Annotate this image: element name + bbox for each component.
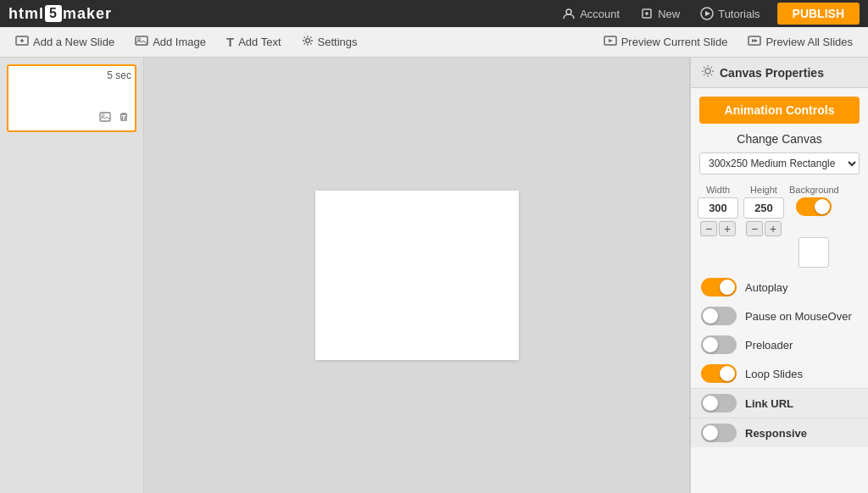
- background-color-swatch[interactable]: [798, 237, 829, 268]
- background-group: Background: [789, 185, 839, 268]
- main-layout: 5 sec: [0, 58, 868, 493]
- account-label: Account: [580, 8, 620, 20]
- preview-all-icon: [748, 34, 761, 50]
- slide-controls: [12, 109, 131, 127]
- add-image-button[interactable]: Add Image: [126, 30, 214, 54]
- preview-current-label: Preview Current Slide: [621, 36, 728, 48]
- animation-controls-button[interactable]: Animation Controls: [699, 97, 860, 124]
- height-label: Height: [750, 185, 777, 195]
- loop-slides-label: Loop Slides: [745, 368, 803, 380]
- preview-all-button[interactable]: Preview All Slides: [739, 30, 861, 54]
- settings-icon: [302, 35, 314, 49]
- loop-slides-toggle[interactable]: [701, 364, 737, 383]
- height-increment-button[interactable]: +: [765, 221, 782, 236]
- autoplay-label: Autoplay: [745, 281, 788, 294]
- properties-header: Canvas Properties: [691, 58, 868, 88]
- account-icon: [562, 7, 576, 20]
- svg-point-7: [305, 39, 309, 43]
- tutorials-button[interactable]: Tutorials: [692, 3, 768, 24]
- width-group: Width − +: [698, 185, 738, 236]
- tutorials-icon: [700, 7, 714, 20]
- top-nav: html5maker Account New: [0, 0, 868, 27]
- logo-suffix: maker: [63, 5, 112, 23]
- height-stepper: − +: [746, 221, 782, 236]
- logo: html5maker: [8, 5, 112, 23]
- svg-marker-9: [609, 39, 613, 42]
- height-group: Height − +: [743, 185, 784, 236]
- loop-slides-row: Loop Slides: [691, 359, 868, 388]
- link-url-row: Link URL: [691, 388, 868, 418]
- add-slide-button[interactable]: Add a New Slide: [7, 30, 123, 54]
- responsive-label: Responsive: [745, 427, 807, 440]
- responsive-toggle[interactable]: [701, 424, 737, 442]
- svg-point-15: [705, 69, 710, 74]
- preloader-row: Preloader: [691, 330, 868, 359]
- preview-all-label: Preview All Slides: [765, 36, 853, 48]
- settings-button[interactable]: Settings: [293, 30, 366, 53]
- svg-rect-5: [136, 36, 147, 45]
- add-text-icon: T: [226, 35, 234, 49]
- canvas-size-select: 300x250 Medium Rectangle 728x90 Leaderbo…: [691, 152, 868, 174]
- svg-marker-12: [754, 39, 758, 42]
- publish-button[interactable]: PUBLISH: [777, 3, 860, 25]
- properties-panel: Canvas Properties Animation Controls Cha…: [690, 58, 868, 493]
- preloader-label: Preloader: [745, 339, 793, 352]
- width-decrement-button[interactable]: −: [700, 221, 717, 236]
- preloader-toggle[interactable]: [701, 335, 737, 354]
- new-label: New: [658, 8, 680, 20]
- tutorials-label: Tutorials: [718, 8, 760, 20]
- add-text-label: Add Text: [238, 36, 281, 48]
- width-increment-button[interactable]: +: [719, 221, 736, 236]
- logo-prefix: html: [8, 5, 44, 23]
- new-icon: [640, 7, 654, 20]
- account-button[interactable]: Account: [554, 3, 628, 24]
- add-image-label: Add Image: [153, 36, 206, 48]
- add-image-icon: [135, 34, 148, 50]
- gear-icon: [701, 64, 715, 80]
- slide-thumbnail: 5 sec: [7, 64, 136, 132]
- svg-point-0: [566, 9, 571, 14]
- pause-mouseover-toggle[interactable]: [701, 307, 737, 325]
- autoplay-row: Autoplay: [691, 273, 868, 302]
- add-slide-label: Add a New Slide: [33, 36, 114, 48]
- height-input[interactable]: [743, 197, 784, 219]
- width-stepper: − +: [700, 221, 736, 236]
- pause-mouseover-label: Pause on MouseOver: [745, 310, 852, 323]
- top-nav-right: Account New Tutorials PUBLISH: [554, 3, 860, 25]
- width-input[interactable]: [698, 197, 738, 219]
- new-button[interactable]: New: [632, 3, 688, 24]
- canvas-preview: [315, 191, 519, 360]
- preview-current-icon: [604, 34, 617, 50]
- slides-panel: 5 sec: [0, 58, 144, 493]
- canvas-size-dropdown[interactable]: 300x250 Medium Rectangle 728x90 Leaderbo…: [699, 152, 860, 174]
- link-url-label: Link URL: [745, 397, 793, 410]
- svg-rect-13: [100, 113, 110, 121]
- pause-mouseover-row: Pause on MouseOver: [691, 302, 868, 330]
- svg-point-14: [102, 114, 104, 117]
- background-toggle[interactable]: [796, 197, 832, 216]
- settings-label: Settings: [318, 36, 358, 48]
- slide-duration: 5 sec: [12, 69, 131, 81]
- toolbar: Add a New Slide Add Image T Add Text Set…: [0, 27, 868, 58]
- add-slide-icon: [15, 34, 29, 50]
- link-url-toggle[interactable]: [701, 394, 737, 413]
- add-text-button[interactable]: T Add Text: [218, 30, 290, 53]
- svg-marker-3: [705, 11, 710, 16]
- properties-title: Canvas Properties: [720, 66, 824, 80]
- change-canvas-label: Change Canvas: [691, 132, 868, 146]
- dimensions-row: Width − + Height − + Background: [691, 185, 868, 268]
- responsive-row: Responsive: [691, 418, 868, 447]
- slide-delete-button[interactable]: [116, 109, 131, 127]
- height-decrement-button[interactable]: −: [746, 221, 763, 236]
- autoplay-toggle[interactable]: [701, 278, 737, 296]
- slide-image-button[interactable]: [97, 109, 113, 127]
- logo-number: 5: [45, 5, 62, 22]
- background-label: Background: [789, 185, 839, 195]
- preview-current-button[interactable]: Preview Current Slide: [595, 30, 737, 54]
- width-label: Width: [706, 185, 730, 195]
- canvas-area: [144, 58, 690, 493]
